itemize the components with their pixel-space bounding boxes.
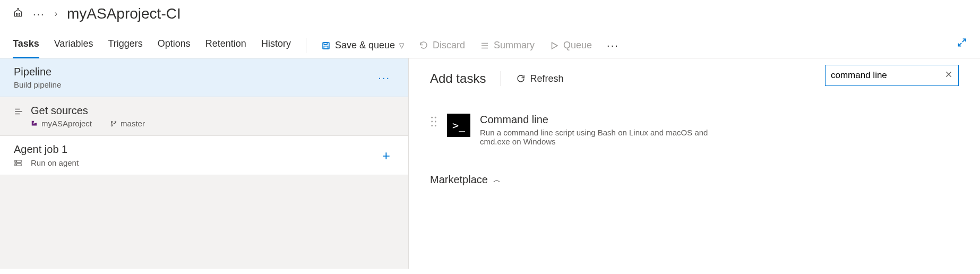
breadcrumb: ··· › myASAproject-CI	[0, 0, 980, 33]
task-description: Run a command line script using Bash on …	[480, 128, 713, 146]
tab-options[interactable]: Options	[158, 33, 191, 58]
tab-variables[interactable]: Variables	[54, 33, 93, 58]
tab-history[interactable]: History	[261, 33, 291, 58]
queue-button: Queue	[549, 40, 592, 51]
breadcrumb-ellipsis[interactable]: ···	[33, 8, 45, 20]
chevron-up-icon: ︿	[493, 175, 501, 185]
vertical-separator	[501, 71, 501, 86]
summary-label: Summary	[494, 40, 535, 51]
svg-point-15	[16, 161, 16, 161]
marketplace-section-toggle[interactable]: Marketplace ︿	[430, 174, 959, 186]
get-sources-title: Get sources	[31, 105, 158, 117]
svg-point-10	[111, 121, 112, 122]
task-name: Command line	[480, 114, 713, 126]
svg-point-24	[435, 125, 436, 126]
body-panes: Pipeline Build pipeline ··· Get sources …	[0, 58, 980, 269]
summary-button: Summary	[480, 40, 535, 51]
repo-indicator: myASAproject	[31, 119, 92, 128]
server-icon	[14, 158, 25, 167]
pipeline-subtitle: Build pipeline	[14, 80, 394, 89]
svg-point-20	[435, 117, 436, 118]
branch-name: master	[121, 119, 145, 128]
chevron-right-icon: ›	[55, 9, 57, 19]
command-line-icon-glyph: >_	[452, 119, 465, 132]
queue-label: Queue	[563, 40, 592, 51]
command-line-icon: >_	[447, 114, 470, 137]
tab-retention[interactable]: Retention	[205, 33, 246, 58]
save-and-queue-label: Save & queue	[335, 40, 395, 51]
pipeline-more-button[interactable]: ···	[378, 72, 390, 84]
page-title[interactable]: myASAproject-CI	[67, 5, 181, 22]
svg-rect-1	[324, 42, 327, 45]
svg-point-19	[431, 117, 433, 118]
pipeline-title: Pipeline	[14, 66, 394, 78]
svg-point-22	[435, 121, 436, 123]
add-tasks-panel: Add tasks Refresh >_ Command line Run a …	[409, 58, 980, 269]
add-tasks-heading: Add tasks	[430, 71, 486, 86]
svg-point-16	[16, 165, 16, 165]
tab-tasks[interactable]: Tasks	[13, 33, 39, 58]
svg-marker-6	[552, 42, 558, 49]
refresh-label: Refresh	[530, 73, 563, 84]
task-search-box[interactable]	[825, 65, 959, 86]
task-search-input[interactable]	[831, 70, 944, 81]
toolbar-separator	[306, 38, 306, 53]
chevron-down-icon: ▽	[399, 42, 404, 49]
fullscreen-icon[interactable]	[957, 37, 967, 50]
branch-indicator: master	[110, 119, 145, 128]
save-and-queue-button[interactable]: Save & queue ▽	[321, 40, 404, 51]
drag-handle-icon[interactable]	[430, 114, 437, 130]
tab-triggers[interactable]: Triggers	[108, 33, 142, 58]
marketplace-label: Marketplace	[430, 174, 488, 186]
agent-job-sub-text: Run on agent	[31, 158, 79, 167]
discard-button: Discard	[419, 40, 465, 51]
agent-job-title: Agent job 1	[14, 143, 394, 156]
svg-point-12	[111, 125, 112, 126]
org-icon[interactable]	[13, 7, 23, 20]
refresh-button[interactable]: Refresh	[516, 73, 563, 84]
clear-search-icon[interactable]	[944, 70, 953, 81]
sources-icon	[14, 105, 23, 118]
svg-rect-2	[324, 46, 328, 48]
pipeline-row[interactable]: Pipeline Build pipeline ···	[0, 58, 408, 97]
svg-point-11	[115, 121, 116, 122]
task-result-command-line[interactable]: >_ Command line Run a command line scrip…	[430, 114, 959, 146]
svg-point-21	[431, 121, 433, 123]
repo-name: myASAproject	[41, 119, 92, 128]
discard-label: Discard	[433, 40, 465, 51]
pipeline-tree: Pipeline Build pipeline ··· Get sources …	[0, 58, 409, 269]
toolbar: Save & queue ▽ Discard Summary Queue ···	[321, 39, 619, 52]
toolbar-more-button[interactable]: ···	[607, 39, 619, 52]
svg-point-23	[431, 125, 433, 126]
agent-job-row[interactable]: Agent job 1 Run on agent +	[0, 136, 408, 175]
get-sources-row[interactable]: Get sources myASAproject master	[0, 97, 408, 136]
tabs-group: Tasks Variables Triggers Options Retenti…	[13, 33, 291, 58]
agent-job-subtitle: Run on agent	[14, 158, 394, 167]
tab-bar: Tasks Variables Triggers Options Retenti…	[0, 33, 980, 58]
add-task-button[interactable]: +	[382, 147, 390, 164]
